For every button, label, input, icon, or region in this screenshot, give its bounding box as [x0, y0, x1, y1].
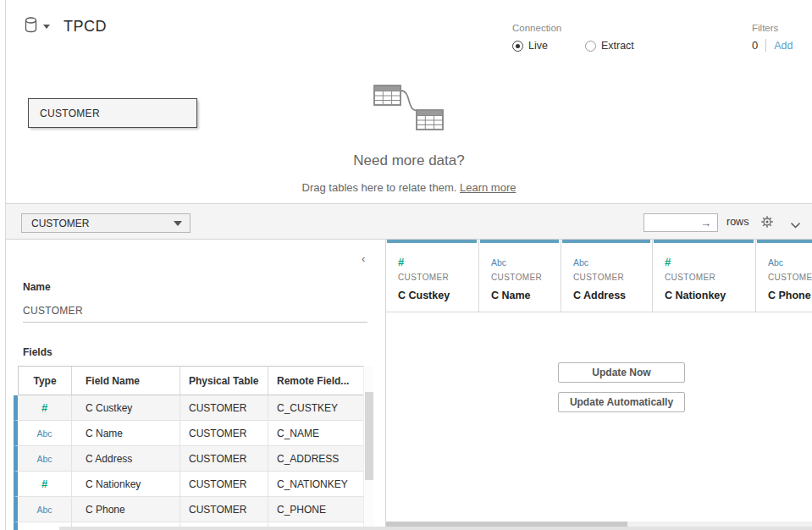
collapse-panel-icon[interactable]: ‹ — [362, 252, 365, 265]
tableau-datasource-page: TPCD Connection Live Extract Filters 0 A… — [0, 0, 812, 530]
physical-table-cell: CUSTOMER — [180, 446, 268, 471]
column-field-name: C Phone — [768, 290, 812, 301]
column-accent-bar — [562, 240, 650, 243]
field-type-icon: Abc — [36, 505, 52, 515]
column-table-name: CUSTOMER — [665, 273, 755, 282]
radio-live-icon[interactable] — [512, 41, 523, 52]
name-label: Name — [23, 281, 51, 293]
data-preview-grid: # CUSTOMER C Custkey Abc CUSTOMER C Name… — [385, 240, 812, 530]
datasource-title: TPCD — [64, 18, 107, 36]
filters-label: Filters — [752, 23, 793, 33]
remote-field-cell: C_NATIONKEY — [268, 472, 364, 496]
gear-icon[interactable] — [760, 215, 774, 232]
fields-header-cell: Field Name — [72, 367, 180, 395]
radio-option-live[interactable]: Live — [512, 40, 548, 52]
field-name-cell[interactable]: C Phone — [72, 497, 180, 522]
remote-field-cell: C_NAME — [268, 421, 364, 445]
fields-header-cell: Type — [19, 367, 72, 395]
fields-table-header: Type Field Name Physical Table Remote Fi… — [18, 366, 364, 395]
field-type-icon: Abc — [36, 454, 52, 464]
remote-field-cell: C_PHONE — [268, 497, 364, 522]
datasource-menu-caret-icon[interactable] — [43, 25, 50, 29]
relate-tables-illustration — [373, 81, 445, 134]
physical-table-cell: CUSTOMER — [180, 472, 268, 496]
field-row[interactable]: Abc C Phone CUSTOMER C_PHONE — [14, 497, 364, 522]
fields-table-body: # C Custkey CUSTOMER C_CUSTKEY Abc C Nam… — [14, 395, 364, 522]
field-row[interactable]: Abc C Address CUSTOMER C_ADDRESS — [14, 446, 364, 472]
column-accent-bar — [480, 240, 559, 243]
column-field-name: C Custkey — [398, 290, 478, 301]
grid-column-header[interactable]: Abc CUSTOMER C Phone — [756, 240, 812, 312]
field-type-icon: Abc — [36, 428, 52, 439]
column-table-name: CUSTOMER — [398, 273, 478, 282]
column-table-name: CUSTOMER — [768, 273, 812, 282]
dropdown-caret-icon — [174, 221, 182, 226]
connection-group: Connection Live Extract — [512, 23, 634, 52]
field-name-cell[interactable]: C Nationkey — [72, 472, 180, 496]
grid-column-headers: # CUSTOMER C Custkey Abc CUSTOMER C Name… — [386, 240, 812, 312]
column-accent-bar — [387, 240, 477, 243]
field-name-cell[interactable]: C Address — [72, 446, 180, 471]
learn-more-link[interactable]: Learn more — [460, 181, 516, 194]
table-name-input[interactable] — [23, 299, 367, 323]
grid-column-header[interactable]: Abc CUSTOMER C Address — [561, 240, 653, 312]
fields-table: Type Field Name Physical Table Remote Fi… — [14, 366, 364, 530]
rows-count-box: → — [644, 213, 718, 232]
field-name-cell[interactable]: C Name — [72, 421, 180, 445]
filters-group: Filters 0 Add — [752, 23, 793, 52]
apply-rows-arrow-icon[interactable]: → — [700, 217, 717, 229]
rows-count-input[interactable] — [644, 217, 700, 229]
field-row[interactable]: # C Custkey CUSTOMER C_CUSTKEY — [14, 395, 364, 421]
rows-label: rows — [726, 216, 748, 228]
column-field-name: C Address — [573, 290, 652, 301]
column-type-icon: # — [398, 256, 404, 268]
relationship-canvas: TPCD Connection Live Extract Filters 0 A… — [6, 0, 812, 203]
physical-table-cell: CUSTOMER — [180, 421, 268, 445]
column-accent-bar — [654, 240, 754, 243]
fields-label: Fields — [23, 346, 52, 358]
field-name-cell[interactable]: C Custkey — [72, 395, 180, 420]
grid-column-header[interactable]: Abc CUSTOMER C Name — [479, 240, 561, 312]
fields-header-cell: Remote Field... — [268, 367, 363, 395]
column-type-icon: Abc — [491, 257, 506, 268]
filters-divider — [765, 39, 766, 52]
column-field-name: C Name — [491, 290, 561, 301]
update-now-button[interactable]: Update Now — [558, 362, 685, 383]
fields-vertical-scrollbar[interactable] — [363, 366, 373, 530]
column-field-name: C Nationkey — [665, 290, 755, 301]
chevron-down-icon[interactable] — [790, 218, 801, 233]
connection-label: Connection — [512, 23, 634, 33]
grid-column-header[interactable]: # CUSTOMER C Nationkey — [653, 240, 756, 312]
table-select-dropdown[interactable]: CUSTOMER — [21, 213, 191, 233]
radio-option-extract[interactable]: Extract — [585, 40, 634, 52]
update-automatically-button[interactable]: Update Automatically — [558, 392, 685, 412]
radio-extract-icon[interactable] — [585, 41, 596, 52]
remote-field-cell: C_ADDRESS — [268, 446, 364, 471]
column-type-icon: Abc — [573, 257, 588, 268]
column-table-name: CUSTOMER — [491, 273, 561, 282]
table-details-panel: ‹ Name Fields Type Field Name Physical T… — [6, 240, 385, 530]
scrollbar-thumb[interactable] — [365, 392, 373, 480]
collapsed-left-pane-rail[interactable] — [0, 0, 6, 530]
field-type-icon: # — [41, 478, 47, 490]
remote-field-cell: C_CUSTKEY — [268, 395, 364, 420]
empty-state-subtitle: Drag tables here to relate them. Learn m… — [282, 181, 536, 194]
database-icon[interactable] — [24, 17, 38, 36]
empty-state-title: Need more data? — [282, 152, 536, 169]
column-type-icon: Abc — [768, 257, 783, 268]
grid-column-header[interactable]: # CUSTOMER C Custkey — [386, 240, 479, 312]
field-row[interactable]: # C Nationkey CUSTOMER C_NATIONKEY — [14, 472, 364, 497]
add-filter-link[interactable]: Add — [774, 40, 793, 52]
column-table-name: CUSTOMER — [573, 273, 652, 282]
field-type-icon: # — [41, 401, 47, 414]
filters-count: 0 — [752, 39, 758, 52]
column-type-icon: # — [665, 256, 671, 268]
empty-canvas-hint: Need more data? Drag tables here to rela… — [282, 81, 536, 194]
window-bottom-scrollbar[interactable] — [59, 527, 812, 530]
field-row[interactable]: Abc C Name CUSTOMER C_NAME — [14, 421, 364, 446]
logical-table-node-customer[interactable]: CUSTOMER — [28, 98, 197, 128]
grid-toolbar: CUSTOMER → rows — [6, 203, 812, 240]
physical-table-cell: CUSTOMER — [180, 395, 268, 420]
column-accent-bar — [757, 240, 812, 243]
physical-table-cell: CUSTOMER — [180, 497, 268, 522]
